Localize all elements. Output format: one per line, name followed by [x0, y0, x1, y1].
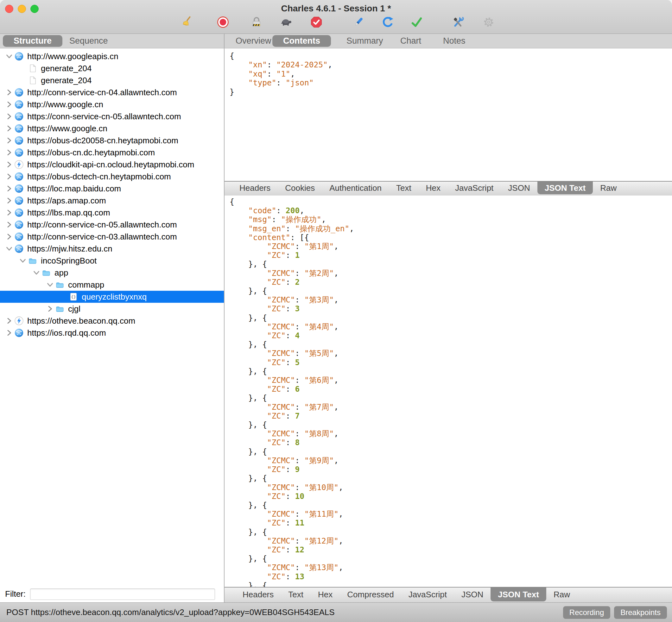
tree-row[interactable]: {}queryzclistbyxnxq [0, 291, 224, 303]
tree-row[interactable]: https://obus-cn.dc.heytapmobi.com [0, 146, 224, 159]
repeat-icon[interactable] [381, 15, 394, 29]
response-tab-authentication[interactable]: Authentication [322, 182, 389, 194]
tree-row-label: http://conn-service-cn-03.allawntech.com [27, 232, 177, 242]
response-json: { "code": 200, "msg": "操作成功", "msg_en": … [225, 196, 672, 588]
tree-row[interactable]: app [0, 267, 224, 279]
tree-row-label: https://conn-service-cn-05.allawntech.co… [27, 112, 181, 122]
disclosure-icon[interactable] [4, 112, 14, 120]
compose-icon[interactable] [352, 15, 365, 29]
tree-row[interactable]: https://ios.rqd.qq.com [0, 327, 224, 339]
format-tab-text[interactable]: Text [281, 588, 311, 601]
ssl-proxying-icon[interactable] [250, 15, 263, 29]
tab-summary[interactable]: Summary [336, 35, 394, 47]
disclosure-icon[interactable] [4, 100, 14, 108]
format-tab-raw[interactable]: Raw [546, 588, 577, 601]
clear-session-icon[interactable] [180, 15, 193, 29]
disclosure-icon[interactable] [4, 317, 14, 325]
response-tab-json-text[interactable]: JSON Text [537, 182, 593, 194]
recording-button[interactable]: Recording [563, 606, 610, 619]
validate-icon[interactable] [410, 15, 424, 29]
response-tab-javascript[interactable]: JavaScript [448, 182, 501, 194]
tree-row[interactable]: generate_204 [0, 62, 224, 74]
disclosure-icon[interactable] [4, 208, 14, 217]
disclosure-icon[interactable] [4, 136, 14, 145]
response-tab-hex[interactable]: Hex [419, 182, 448, 194]
response-tab-headers[interactable]: Headers [232, 182, 278, 194]
tree-row[interactable]: http://www.googleapis.cn [0, 50, 224, 62]
tab-structure[interactable]: Structure [3, 35, 62, 47]
doc-icon [28, 64, 38, 73]
tree-row[interactable]: generate_204 [0, 74, 224, 87]
tab-chart[interactable]: Chart [389, 35, 432, 47]
tree-row[interactable]: incoSpringBoot [0, 255, 224, 267]
tools-icon[interactable] [451, 15, 465, 29]
disclosure-icon[interactable] [4, 245, 14, 253]
tree-row-label: http://www.google.cn [27, 100, 103, 109]
request-body-view[interactable]: { "xn": "2024-2025", "xq": "1", "type": … [225, 48, 672, 181]
tree-row[interactable]: https://otheve.beacon.qq.com [0, 315, 224, 327]
tab-contents[interactable]: Contents [273, 35, 331, 47]
tree-row-label: http://conn-service-cn-04.allawntech.com [27, 88, 177, 98]
disclosure-icon[interactable] [4, 148, 14, 157]
disclosure-icon[interactable] [4, 220, 14, 229]
tree-row[interactable]: https://lbs.map.qq.com [0, 207, 224, 219]
response-body-view[interactable]: { "code": 200, "msg": "操作成功", "msg_en": … [225, 196, 672, 588]
tab-notes[interactable]: Notes [432, 35, 476, 47]
tree-row[interactable]: http://www.google.cn [0, 98, 224, 110]
breakpoints-toggle-icon[interactable] [310, 15, 323, 29]
tree-row[interactable]: https://loc.map.baidu.com [0, 182, 224, 195]
response-tab-raw[interactable]: Raw [593, 182, 624, 194]
tree-row[interactable]: https://cloudkit-api-cn.ocloud.heytapmob… [0, 159, 224, 171]
response-tab-cookies[interactable]: Cookies [278, 182, 322, 194]
tree-row-label: http://conn-service-cn-05.allawntech.com [27, 220, 177, 230]
disclosure-icon[interactable] [4, 329, 14, 337]
record-icon[interactable] [216, 15, 230, 29]
tree-row[interactable]: https://obus-dctech-cn.heytapmobi.com [0, 171, 224, 182]
disclosure-icon[interactable] [4, 161, 14, 169]
response-tab-text[interactable]: Text [389, 182, 419, 194]
disclosure-icon[interactable] [4, 184, 14, 193]
format-tab-headers[interactable]: Headers [235, 588, 281, 601]
globe-icon [14, 244, 24, 253]
tree-row[interactable]: cjgl [0, 303, 224, 315]
json-icon: {} [68, 292, 78, 302]
status-url: POST https://otheve.beacon.qq.com/analyt… [6, 608, 335, 617]
settings-icon[interactable] [482, 15, 495, 29]
tree-row[interactable]: https://aps.amap.com [0, 195, 224, 207]
tree-row-label: commapp [68, 280, 104, 290]
disclosure-icon[interactable] [4, 52, 14, 61]
tree-row[interactable]: commapp [0, 279, 224, 291]
host-tree[interactable]: http://www.googleapis.cngenerate_204gene… [0, 48, 224, 585]
breakpoints-button[interactable]: Breakpoints [614, 606, 667, 619]
globe-icon [14, 184, 24, 193]
format-tab-hex[interactable]: Hex [311, 588, 340, 601]
format-tab-json[interactable]: JSON [454, 588, 490, 601]
disclosure-icon[interactable] [45, 305, 55, 313]
tree-row[interactable]: https://mjw.hitsz.edu.cn [0, 243, 224, 255]
tree-row[interactable]: http://conn-service-cn-05.allawntech.com [0, 219, 224, 231]
tab-sequence[interactable]: Sequence [59, 35, 119, 47]
tree-row[interactable]: https://www.google.cn [0, 123, 224, 134]
tree-row[interactable]: https://conn-service-cn-05.allawntech.co… [0, 110, 224, 123]
disclosure-icon[interactable] [4, 124, 14, 133]
disclosure-icon[interactable] [4, 197, 14, 205]
tree-row[interactable]: http://conn-service-cn-03.allawntech.com [0, 231, 224, 243]
tree-row[interactable]: https://obus-dc20058-cn.heytapmobi.com [0, 134, 224, 146]
tree-row[interactable]: http://conn-service-cn-04.allawntech.com [0, 87, 224, 98]
window-title: Charles 4.6.1 - Session 1 * [0, 3, 672, 13]
format-tab-json-text[interactable]: JSON Text [490, 588, 546, 601]
format-tab-javascript[interactable]: JavaScript [401, 588, 454, 601]
disclosure-icon[interactable] [45, 281, 55, 289]
response-tab-json[interactable]: JSON [501, 182, 537, 194]
tree-row-label: https://lbs.map.qq.com [27, 208, 110, 218]
disclosure-icon[interactable] [32, 269, 41, 277]
filter-input[interactable] [30, 588, 215, 600]
disclosure-icon[interactable] [4, 172, 14, 181]
throttling-icon[interactable] [279, 15, 293, 29]
format-tab-compressed[interactable]: Compressed [340, 588, 401, 601]
tree-row-label: generate_204 [41, 64, 92, 73]
disclosure-icon[interactable] [4, 233, 14, 241]
disclosure-icon[interactable] [18, 256, 28, 265]
tree-row-label: https://cloudkit-api-cn.ocloud.heytapmob… [27, 160, 194, 170]
disclosure-icon[interactable] [4, 88, 14, 97]
